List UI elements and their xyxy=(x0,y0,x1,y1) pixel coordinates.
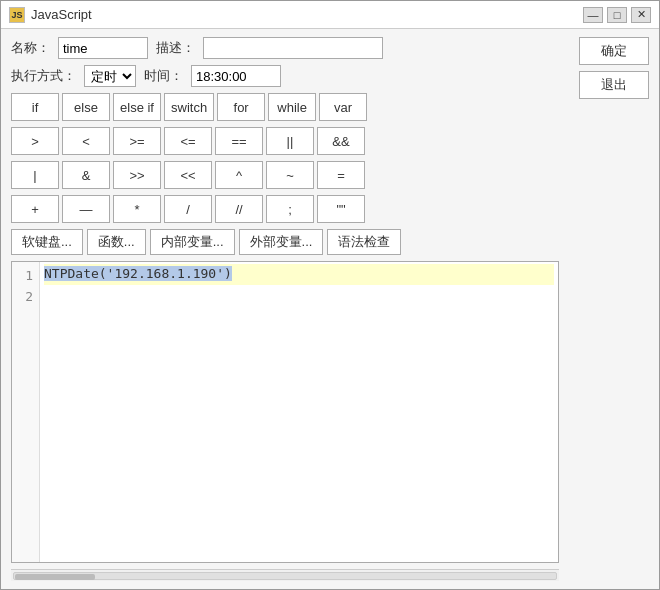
operator-btn[interactable]: ^ xyxy=(215,161,263,189)
name-label: 名称： xyxy=(11,39,50,57)
form-row-name-desc: 名称： 描述： xyxy=(11,37,559,59)
operator-btn[interactable]: || xyxy=(266,127,314,155)
operator-btn[interactable]: — xyxy=(62,195,110,223)
line-number: 2 xyxy=(18,287,33,308)
operator-btn[interactable]: ; xyxy=(266,195,314,223)
keyword-btn-var[interactable]: var xyxy=(319,93,367,121)
window-title: JavaScript xyxy=(31,7,92,22)
form-row-exec-time: 执行方式： 定时 时间： xyxy=(11,65,559,87)
title-bar: JS JavaScript — □ ✕ xyxy=(1,1,659,29)
code-line[interactable]: NTPDate('192.168.1.190') xyxy=(44,264,554,285)
time-input[interactable] xyxy=(191,65,281,87)
operator-row-4: +—*///;"" xyxy=(11,195,559,223)
toolbar-row: 软键盘...函数...内部变量...外部变量...语法检查 xyxy=(11,229,559,255)
keyword-btn-else[interactable]: else xyxy=(62,93,110,121)
operator-row-2: ><>=<===||&& xyxy=(11,127,559,155)
operator-btn[interactable]: && xyxy=(317,127,365,155)
exit-button[interactable]: 退出 xyxy=(579,71,649,99)
title-controls: — □ ✕ xyxy=(583,7,651,23)
desc-input[interactable] xyxy=(203,37,383,59)
code-content[interactable]: NTPDate('192.168.1.190') xyxy=(40,262,558,562)
operator-btn[interactable]: < xyxy=(62,127,110,155)
operator-btn[interactable]: > xyxy=(11,127,59,155)
operator-btn[interactable]: + xyxy=(11,195,59,223)
operator-btn[interactable]: / xyxy=(164,195,212,223)
keyword-btn-else if[interactable]: else if xyxy=(113,93,161,121)
keyword-btn-for[interactable]: for xyxy=(217,93,265,121)
operator-btn[interactable]: ~ xyxy=(266,161,314,189)
toolbar-btn-外部变量...[interactable]: 外部变量... xyxy=(239,229,324,255)
minimize-button[interactable]: — xyxy=(583,7,603,23)
right-panel: 确定 退出 xyxy=(569,29,659,589)
exec-select[interactable]: 定时 xyxy=(84,65,136,87)
operator-btn[interactable]: >> xyxy=(113,161,161,189)
close-button[interactable]: ✕ xyxy=(631,7,651,23)
operator-btn[interactable]: <= xyxy=(164,127,212,155)
horizontal-scrollbar[interactable] xyxy=(11,569,559,581)
toolbar-btn-语法检查[interactable]: 语法检查 xyxy=(327,229,401,255)
confirm-button[interactable]: 确定 xyxy=(579,37,649,65)
operator-btn[interactable]: = xyxy=(317,161,365,189)
line-number: 1 xyxy=(18,266,33,287)
toolbar-btn-函数...[interactable]: 函数... xyxy=(87,229,146,255)
toolbar-btn-内部变量...[interactable]: 内部变量... xyxy=(150,229,235,255)
operator-btn[interactable]: >= xyxy=(113,127,161,155)
line-numbers: 12 xyxy=(12,262,40,562)
operator-row-3: |&>><<^~= xyxy=(11,161,559,189)
operator-btn[interactable]: & xyxy=(62,161,110,189)
keyword-btn-while[interactable]: while xyxy=(268,93,316,121)
scrollbar-track[interactable] xyxy=(13,572,557,580)
toolbar-btn-软键盘...[interactable]: 软键盘... xyxy=(11,229,83,255)
operator-btn[interactable]: << xyxy=(164,161,212,189)
desc-label: 描述： xyxy=(156,39,195,57)
maximize-button[interactable]: □ xyxy=(607,7,627,23)
operator-btn[interactable]: | xyxy=(11,161,59,189)
left-panel: 名称： 描述： 执行方式： 定时 时间： ifelseelse ifswitch… xyxy=(1,29,569,589)
code-editor[interactable]: 12 NTPDate('192.168.1.190') xyxy=(11,261,559,563)
time-label: 时间： xyxy=(144,67,183,85)
scrollbar-thumb[interactable] xyxy=(15,574,95,580)
keyword-btn-if[interactable]: if xyxy=(11,93,59,121)
keyword-btn-switch[interactable]: switch xyxy=(164,93,214,121)
window-icon: JS xyxy=(9,7,25,23)
keyword-row-1: ifelseelse ifswitchforwhilevar xyxy=(11,93,559,121)
operator-btn[interactable]: * xyxy=(113,195,161,223)
name-input[interactable] xyxy=(58,37,148,59)
exec-label: 执行方式： xyxy=(11,67,76,85)
code-line[interactable] xyxy=(44,285,554,305)
operator-btn[interactable]: // xyxy=(215,195,263,223)
operator-btn[interactable]: == xyxy=(215,127,263,155)
operator-btn[interactable]: "" xyxy=(317,195,365,223)
